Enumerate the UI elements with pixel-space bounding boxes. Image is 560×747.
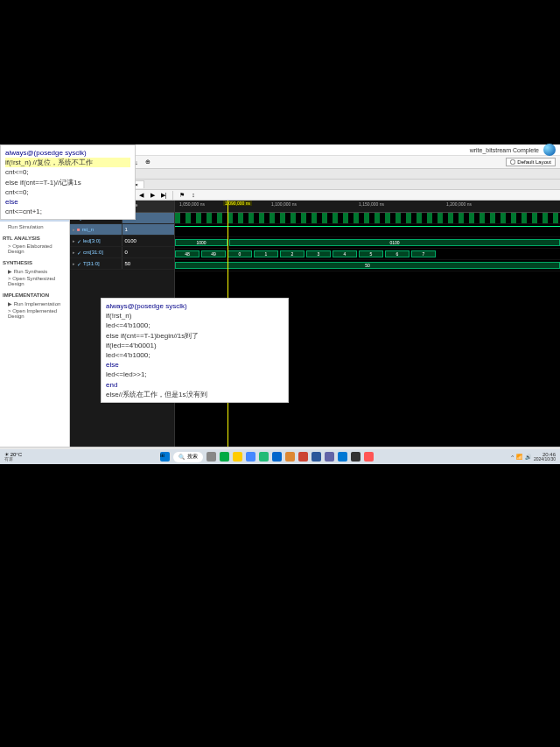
editor-tabs: LED × Untitled 1* × xyxy=(70,180,560,190)
app-icon[interactable] xyxy=(351,452,360,462)
go-prev-icon[interactable]: ◀ xyxy=(136,191,145,200)
wave-led: 1000 0100 xyxy=(175,237,560,249)
status-icon xyxy=(543,144,556,156)
app-icon[interactable] xyxy=(220,452,229,462)
signal-row[interactable]: ▸✓ led[3:0] 0100 xyxy=(70,236,174,247)
app-icon[interactable] xyxy=(325,452,334,462)
start-icon[interactable]: ⊞ xyxy=(160,452,170,462)
tray-icon[interactable]: ^ xyxy=(511,455,514,460)
volume-icon[interactable]: 🔊 xyxy=(525,454,531,460)
code-overlay-counter: always@(posedge sysclk) if(!rst_n) //复位，… xyxy=(0,144,136,220)
signal-row[interactable]: ▸✓ cnt[31:0] 0 xyxy=(70,247,174,258)
app-icon[interactable] xyxy=(246,452,256,462)
go-next-icon[interactable]: ▶ xyxy=(148,191,157,200)
wave-t: 50 xyxy=(175,260,560,271)
nav-open-elab[interactable]: > Open Elaborated Design xyxy=(3,243,66,255)
nav-run-sim[interactable]: Run Simulation xyxy=(3,223,66,230)
wave-toolbar: 🔍 ⊕ ⊖ ⛶ |◀ ◀ ▶ ▶| ⚑ ↕ xyxy=(70,190,560,201)
search-box[interactable]: 🔍 搜索 xyxy=(173,452,203,462)
wave-clock xyxy=(175,213,560,224)
nav-run-impl[interactable]: ▶ Run Implementation xyxy=(3,300,66,307)
status-text: write_bitstream Complete xyxy=(470,147,539,153)
app-icon[interactable] xyxy=(285,452,295,462)
app-icon[interactable] xyxy=(312,452,321,462)
marker-icon[interactable]: ⚑ xyxy=(178,191,186,200)
wifi-icon[interactable]: 📶 xyxy=(516,454,522,460)
weather-widget[interactable]: ☀ 20°C 有雾 xyxy=(4,452,22,462)
section-synthesis: SYNTHESIS xyxy=(3,258,66,267)
windows-taskbar: ☀ 20°C 有雾 ⊞ 🔍 搜索 ^ 📶 🔊 xyxy=(0,449,560,464)
app-icon[interactable] xyxy=(233,452,242,462)
search-icon: 🔍 xyxy=(178,454,185,460)
code-overlay-led: always@(posedge sysclk) if(!rst_n) led<=… xyxy=(101,298,289,403)
layout-button[interactable]: Default Layout xyxy=(506,158,556,166)
section-rtl: RTL ANALYSIS xyxy=(3,234,66,243)
layout-checkbox[interactable] xyxy=(510,159,515,165)
app-icon[interactable] xyxy=(272,452,282,462)
nav-open-synth[interactable]: > Open Synthesized Design xyxy=(3,275,66,287)
app-icon[interactable] xyxy=(364,452,374,462)
wave-cnt: 48 49 0 1 2 3 4 5 6 7 xyxy=(175,249,560,260)
time-ruler: 1,090,000 ns 1,050,000 ns 1,100,000 ns 1… xyxy=(175,201,560,213)
app-icon[interactable] xyxy=(338,452,347,462)
section-impl: IMPLEMENTATION xyxy=(3,291,66,300)
toggle-icon[interactable]: ↕ xyxy=(189,191,198,200)
app-icon[interactable] xyxy=(298,452,308,462)
app-icon[interactable] xyxy=(206,452,216,462)
signal-row[interactable]: ▸✓ T[31:0] 50 xyxy=(70,258,174,270)
system-tray[interactable]: ^ 📶 🔊 20:46 2024/10/30 xyxy=(511,452,556,462)
go-end-icon[interactable]: ▶| xyxy=(159,191,168,200)
nav-open-impl[interactable]: > Open Implemented Design xyxy=(3,307,66,320)
signal-row[interactable]: ▸■ rst_n 1 xyxy=(70,224,174,236)
wave-rst xyxy=(175,226,560,237)
break-icon[interactable]: ⊕ xyxy=(144,158,152,166)
app-icon[interactable] xyxy=(259,452,269,462)
nav-run-synth[interactable]: ▶ Run Synthesis xyxy=(3,267,66,275)
